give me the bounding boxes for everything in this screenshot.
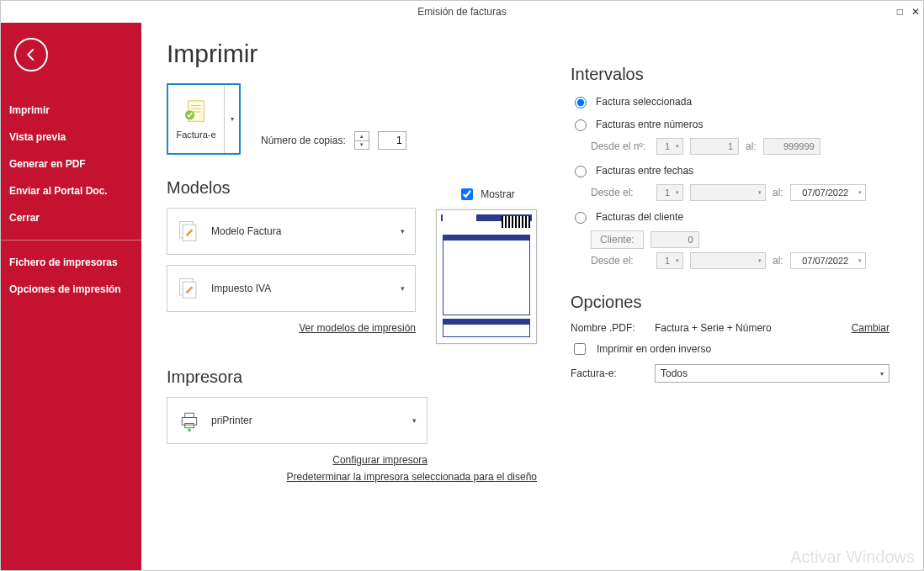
intervalos-heading: Intervalos xyxy=(571,65,889,84)
desde-fecha-label: Desde el: xyxy=(591,187,650,198)
ver-modelos-link[interactable]: Ver modelos de impresión xyxy=(167,322,416,334)
chevron-down-icon: ▾ xyxy=(412,416,417,425)
mostrar-checkbox-row[interactable]: Mostrar xyxy=(458,186,515,203)
printer-select[interactable]: priPrinter ▾ xyxy=(167,397,427,444)
title-bar: Emisión de facturas □ ✕ xyxy=(1,1,923,23)
impresora-heading: Impresora xyxy=(167,367,537,387)
facturae-label: Factura-e xyxy=(176,130,215,140)
copies-input[interactable] xyxy=(378,131,406,150)
arrow-left-icon xyxy=(24,47,39,62)
inverse-checkbox-row[interactable]: Imprimir en orden inverso xyxy=(571,341,889,357)
al-label-3: al: xyxy=(773,255,783,267)
inverse-checkbox[interactable] xyxy=(574,343,586,355)
printer-name: priPrinter xyxy=(211,415,402,426)
hasta-num-input[interactable] xyxy=(763,138,820,155)
copies-label: Número de copias: xyxy=(261,135,346,146)
modelo-factura-select[interactable]: Modelo Factura ▾ xyxy=(167,208,416,255)
printer-icon xyxy=(178,409,201,432)
radio-factura-seleccionada-row[interactable]: Factura seleccionada xyxy=(571,94,889,108)
impuesto-iva-select[interactable]: Impuesto IVA ▾ xyxy=(167,265,416,312)
nav-generar-pdf[interactable]: Generar en PDF xyxy=(1,151,141,177)
document-icon xyxy=(178,277,201,300)
desde-num-input[interactable] xyxy=(690,138,739,155)
mostrar-label: Mostrar xyxy=(481,188,515,200)
pdf-name-label: Nombre .PDF: xyxy=(571,322,646,334)
nav-opciones-impresion[interactable]: Opciones de impresión xyxy=(1,276,141,303)
desde-num-label: Desde el nº: xyxy=(591,140,650,152)
hasta-fecha-combo[interactable]: 07/07/2022▾ xyxy=(790,184,866,201)
nav-separator xyxy=(1,240,141,241)
page-heading: Imprimir xyxy=(167,40,537,68)
mostrar-checkbox[interactable] xyxy=(461,188,473,200)
svg-rect-11 xyxy=(185,424,194,428)
window-title: Emisión de facturas xyxy=(1,6,923,18)
chevron-down-icon: ▾ xyxy=(401,284,405,293)
radio-entre-fechas[interactable] xyxy=(575,166,587,177)
cliente-hasta-fecha-combo[interactable]: 07/07/2022▾ xyxy=(790,252,866,269)
main-panel: Imprimir Factura-e ▾ N xyxy=(141,23,923,570)
chevron-down-icon: ▾ xyxy=(880,370,884,378)
predeterminar-impresora-link[interactable]: Predeterminar la impresora seleccionada … xyxy=(167,471,537,483)
desde-num-serie-combo[interactable]: 1▾ xyxy=(656,138,683,155)
cliente-button[interactable]: Cliente: xyxy=(591,230,644,249)
copies-spinner[interactable]: ▲ ▼ xyxy=(354,131,369,150)
desde-fecha-serie-combo[interactable]: 1▾ xyxy=(656,184,683,201)
facturae-filter-label: Factura-e: xyxy=(571,367,646,379)
radio-cliente-row[interactable]: Facturas del cliente xyxy=(571,209,889,224)
opciones-heading: Opciones xyxy=(571,293,889,312)
watermark-text: Activar Windows xyxy=(790,547,915,567)
desde-fecha-combo[interactable]: ▾ xyxy=(690,184,766,201)
radio-entre-fechas-row[interactable]: Facturas entre fechas xyxy=(571,163,889,177)
cliente-desde-fecha-combo[interactable]: ▾ xyxy=(690,252,766,269)
nav-cerrar[interactable]: Cerrar xyxy=(1,204,141,231)
radio-entre-numeros-row[interactable]: Facturas entre números xyxy=(571,117,889,131)
cliente-input[interactable] xyxy=(651,231,699,248)
al-label: al: xyxy=(746,140,757,152)
al-label-2: al: xyxy=(773,187,783,198)
impuesto-iva-label: Impuesto IVA xyxy=(211,283,390,294)
back-button[interactable] xyxy=(14,38,48,71)
radio-factura-seleccionada[interactable] xyxy=(575,97,587,108)
chevron-down-icon: ▾ xyxy=(401,227,405,235)
svg-rect-10 xyxy=(185,413,194,417)
cambiar-link[interactable]: Cambiar xyxy=(852,322,889,334)
radio-entre-numeros[interactable] xyxy=(575,119,587,131)
desde-fecha-label-2: Desde el: xyxy=(591,255,650,267)
pdf-name-value: Factura + Serie + Número xyxy=(655,322,772,334)
window-maximize-icon[interactable]: □ xyxy=(897,6,903,18)
radio-cliente[interactable] xyxy=(575,212,587,224)
preview-thumbnail[interactable] xyxy=(436,209,537,344)
facturae-button[interactable]: Factura-e ▾ xyxy=(167,83,241,155)
facturae-filter-combo[interactable]: Todos ▾ xyxy=(655,364,889,383)
nav-fichero-impresoras[interactable]: Fichero de impresoras xyxy=(1,249,141,276)
svg-point-12 xyxy=(188,429,191,432)
configurar-impresora-link[interactable]: Configurar impresora xyxy=(167,454,427,466)
nav-enviar-portal[interactable]: Enviar al Portal Doc. xyxy=(1,177,141,204)
nav-imprimir[interactable]: Imprimir xyxy=(1,97,141,124)
nav-vista-previa[interactable]: Vista previa xyxy=(1,124,141,151)
spinner-up-icon[interactable]: ▲ xyxy=(355,132,369,141)
modelo-factura-label: Modelo Factura xyxy=(211,225,390,237)
sidebar: Imprimir Vista previa Generar en PDF Env… xyxy=(1,23,141,570)
facturae-dropdown[interactable]: ▾ xyxy=(224,85,239,153)
document-icon xyxy=(178,219,201,243)
spinner-down-icon[interactable]: ▼ xyxy=(355,141,369,150)
window-close-icon[interactable]: ✕ xyxy=(911,6,920,18)
facturae-icon xyxy=(183,99,209,124)
cliente-serie-combo[interactable]: 1▾ xyxy=(656,252,683,269)
